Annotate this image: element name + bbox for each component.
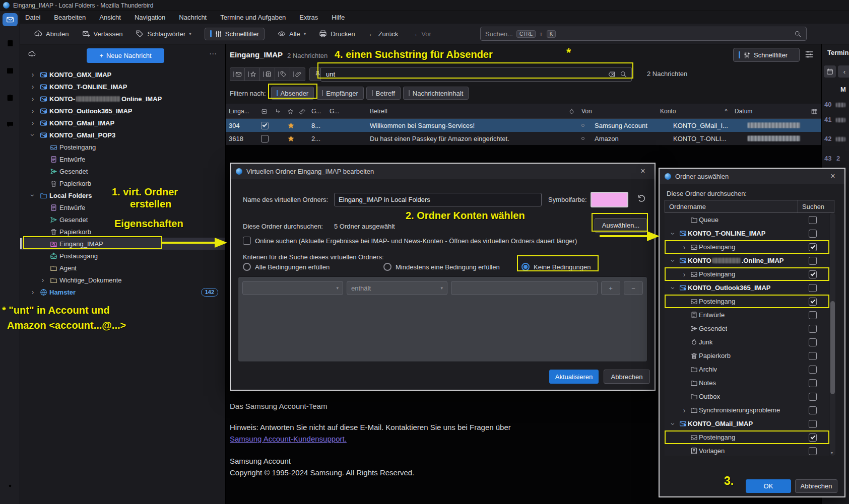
folder-row[interactable]: Posteingang — [665, 240, 829, 254]
expander-icon[interactable] — [669, 284, 678, 292]
filter-by-recipient-button[interactable]: Empfänger — [316, 87, 364, 100]
folder-row[interactable]: Posteingang — [665, 267, 829, 281]
expander-icon[interactable] — [38, 276, 47, 283]
online-search-checkbox[interactable] — [243, 237, 251, 245]
search-folder-checkbox[interactable] — [809, 420, 817, 428]
expander-icon[interactable] — [680, 407, 689, 414]
message-checkbox[interactable] — [261, 122, 269, 129]
search-folder-checkbox[interactable] — [809, 406, 817, 414]
color-swatch[interactable] — [591, 192, 628, 207]
column-picker-icon[interactable] — [808, 108, 821, 115]
add-condition-button[interactable]: + — [601, 281, 620, 295]
expander-icon[interactable] — [669, 420, 678, 427]
menu-datei[interactable]: Datei — [25, 14, 40, 21]
folder-row[interactable]: Posteingang — [665, 295, 829, 308]
close-icon[interactable]: × — [636, 167, 649, 176]
filter-contacts-button[interactable] — [260, 67, 275, 81]
message-row[interactable]: 304 8... Willkommen bei Samsung-Services… — [226, 119, 821, 132]
expander-icon[interactable] — [28, 95, 37, 102]
expander-icon[interactable] — [680, 244, 689, 251]
column-from[interactable]: Von — [578, 108, 657, 115]
calendar-prev-button[interactable]: ‹ — [838, 65, 849, 78]
cancel-button[interactable]: Abbrechen — [604, 370, 650, 384]
column-foldername[interactable]: Ordnername — [665, 200, 798, 213]
search-folder-checkbox[interactable] — [809, 447, 817, 455]
search-folder-checkbox[interactable] — [809, 352, 817, 360]
value-input[interactable] — [451, 281, 598, 295]
operator-select[interactable]: enthält▾ — [347, 281, 447, 295]
column-star-icon[interactable] — [284, 108, 296, 115]
support-link[interactable]: Samsung Account-Kundensupport. — [230, 435, 347, 443]
search-folder-checkbox[interactable] — [809, 338, 817, 346]
expander-icon[interactable] — [28, 71, 37, 78]
column-junk-icon[interactable] — [565, 108, 578, 115]
search-folder-checkbox[interactable] — [809, 434, 817, 442]
folder-row[interactable]: Archiv — [665, 363, 829, 376]
expander-icon[interactable] — [28, 119, 37, 126]
folder-tree-row[interactable]: Hamster 142 — [20, 286, 225, 298]
expander-icon[interactable] — [28, 131, 37, 138]
folder-row[interactable]: Gesendet — [665, 322, 829, 335]
filter-attachment-button[interactable] — [290, 67, 305, 81]
folder-tree-row[interactable]: KONTO_GMail_IMAP — [20, 117, 225, 129]
folder-row[interactable]: Queue — [665, 213, 829, 227]
scroll-down-icon[interactable]: ▾ — [831, 451, 833, 455]
menu-bearbeiten[interactable]: Bearbeiten — [54, 14, 86, 21]
view-all-button[interactable]: Alle▾ — [278, 30, 306, 38]
folder-row[interactable]: Outbox — [665, 390, 829, 403]
menu-termine[interactable]: Termine und Aufgaben — [220, 14, 286, 21]
space-mail-button[interactable] — [3, 13, 18, 26]
menu-ansicht[interactable]: Ansicht — [99, 14, 121, 21]
new-message-button[interactable]: +Neue Nachricht — [87, 48, 164, 63]
radio-any-condition[interactable] — [383, 263, 391, 271]
search-folder-checkbox[interactable] — [809, 216, 817, 224]
get-all-messages-icon[interactable] — [28, 50, 36, 58]
folder-row[interactable]: KONTO_Outlook365_IMAP — [665, 281, 829, 295]
folder-tree-row[interactable]: Postausgang — [20, 250, 225, 262]
quickfilter-toggle-button[interactable]: Schnellfilter — [205, 28, 265, 40]
scrollbar-thumb[interactable] — [830, 301, 835, 394]
folder-row[interactable]: Papierkorb — [665, 349, 829, 363]
filter-unread-button[interactable] — [230, 67, 245, 81]
folder-row[interactable]: KONTO_T-ONLINE_IMAP — [665, 227, 829, 240]
column-date[interactable]: Datum — [732, 108, 808, 115]
space-addressbook-button[interactable] — [6, 39, 14, 47]
folder-tree-row[interactable]: Agent — [20, 262, 225, 274]
column-attachment-icon[interactable] — [296, 108, 308, 115]
folder-tree-row[interactable]: Wichtige_Dokumente — [20, 274, 225, 286]
search-folder-checkbox[interactable] — [809, 257, 817, 265]
ok-button[interactable]: OK — [746, 479, 791, 493]
folder-row[interactable]: Synchronisierungsprobleme — [665, 403, 829, 417]
search-folder-checkbox[interactable] — [809, 298, 817, 306]
expander-icon[interactable] — [28, 289, 37, 296]
space-tasks-button[interactable] — [6, 94, 14, 102]
print-button[interactable]: Drucken — [319, 30, 355, 38]
settings-gear-button[interactable] — [6, 482, 14, 490]
update-button[interactable]: Aktualisieren — [549, 370, 599, 384]
search-folder-checkbox[interactable] — [809, 270, 817, 278]
column-g1[interactable]: G... — [308, 108, 326, 115]
filter-starred-button[interactable] — [245, 67, 260, 81]
expander-icon[interactable] — [28, 83, 37, 90]
reset-color-icon[interactable] — [637, 194, 646, 203]
column-select-icon[interactable] — [258, 108, 272, 115]
column-thread-icon[interactable] — [272, 108, 284, 115]
folder-row[interactable]: Posteingang — [665, 430, 829, 444]
back-button[interactable]: ←Zurück — [368, 30, 399, 38]
remove-condition-button[interactable]: − — [624, 281, 643, 295]
expander-icon[interactable] — [28, 107, 37, 114]
folder-row[interactable]: KONTO.Online_IMAP — [665, 254, 829, 267]
folder-row[interactable]: KONTO_GMail_IMAP — [665, 417, 829, 430]
global-search-field[interactable]: Suchen... CTRL + K — [480, 27, 807, 41]
folder-pane-options-icon[interactable]: ⋯ — [209, 49, 217, 58]
expander-icon[interactable] — [669, 230, 678, 237]
folder-row[interactable]: Entwürfe — [665, 308, 829, 322]
search-folder-checkbox[interactable] — [809, 284, 817, 292]
menu-hilfe[interactable]: Hilfe — [332, 14, 345, 21]
folder-list-scrollbar[interactable] — [830, 213, 835, 456]
virtual-folder-name-input[interactable] — [334, 193, 542, 206]
star-flag-icon[interactable] — [287, 135, 295, 142]
cancel-button[interactable]: Abbrechen — [795, 479, 837, 493]
search-folder-checkbox[interactable] — [809, 379, 817, 387]
junk-status-icon[interactable] — [581, 137, 584, 140]
